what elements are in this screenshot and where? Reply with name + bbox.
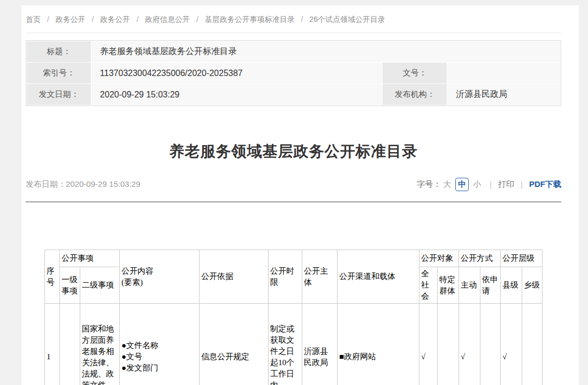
header-duixiang: 公开对象 <box>419 250 459 267</box>
cell-yiju: 信息公开规定 <box>200 304 269 385</box>
cell-yiji <box>60 304 80 385</box>
cell-erji: 国家和地方层面养老服务相关法律、法规、政策文件 <box>80 304 120 385</box>
header-gongkai-shixiang: 公开事项 <box>60 250 120 267</box>
content-panel: 首页 / 政务公开 / 政务公开 / 政府信息公开 / 基层政务公开事项标准目录… <box>21 5 579 385</box>
meta-index-value: 113703230042235006/2020-2025387 <box>91 63 383 84</box>
header-xianji: 县级 <box>501 267 522 304</box>
cell-xianji: √ <box>501 304 522 385</box>
header-cengji: 公开层级 <box>501 250 543 267</box>
meta-row-index: 索引号： 113703230042235006/2020-2025387 文号： <box>27 63 560 84</box>
cell-shixian: 制定或获取文件之日起10个工作日内 <box>269 304 302 385</box>
header-xuhao: 序号 <box>45 250 60 304</box>
breadcrumb: 首页 / 政务公开 / 政务公开 / 政府信息公开 / 基层政务公开事项标准目录… <box>26 5 561 33</box>
header-quanshehui: 全社会 <box>419 267 438 304</box>
cell-zhuti: 沂源县民政局 <box>302 304 338 385</box>
header-shixian: 公开时限 <box>269 250 302 304</box>
font-size-large-button[interactable]: 大 <box>443 179 451 190</box>
document-meta-table: 标题： 养老服务领域基层政务公开标准目录 索引号： 11370323004223… <box>26 40 561 106</box>
header-teding: 特定群体 <box>438 267 459 304</box>
cell-neirong: ●文件名称 ●文号 ●发文部门 <box>120 304 200 385</box>
meta-title-value: 养老服务领域基层政务公开标准目录 <box>91 41 560 62</box>
page-title: 养老服务领域基层政务公开标准目录 <box>26 141 561 162</box>
meta-agency-value: 沂源县民政局 <box>447 84 560 105</box>
meta-date-label: 发文日期： <box>27 84 91 105</box>
font-size-label: 字号： <box>417 179 441 190</box>
publish-toolbar: 发布日期：2020-09-29 15:03:29 字号： 大 中 小 | 打印 … <box>26 178 561 191</box>
meta-agency-label: 发布机构： <box>383 84 447 105</box>
meta-title-label: 标题： <box>27 41 91 62</box>
header-neirong: 公开内容 (要素) <box>120 250 200 304</box>
header-zhudong: 主动 <box>459 267 480 304</box>
table-header-row-1: 序号 公开事项 公开内容 (要素) 公开依据 公开时限 公开主体 公开渠道和载体… <box>45 250 543 267</box>
publish-date: 发布日期：2020-09-29 15:03:29 <box>26 179 140 190</box>
cell-xuhao: 1 <box>45 304 60 385</box>
meta-row-date: 发文日期： 2020-09-29 15:03:29 发布机构： 沂源县民政局 <box>27 84 560 105</box>
cell-teding <box>438 304 459 385</box>
header-yiju: 公开依据 <box>200 250 269 304</box>
cell-yishenqing <box>480 304 501 385</box>
cell-quanshehui: √ <box>419 304 438 385</box>
header-xiangji: 乡级 <box>522 267 543 304</box>
table-row: 1 国家和地方层面养老服务相关法律、法规、政策文件 ●文件名称 ●文号 ●发文部… <box>45 304 543 385</box>
print-button[interactable]: 打印 <box>498 179 514 190</box>
breadcrumb-pilot-areas[interactable]: 26个试点领域公开目录 <box>309 15 385 24</box>
header-yiji: 一级事项 <box>60 267 80 304</box>
breadcrumb-zhengwu-1[interactable]: 政务公开 <box>56 15 86 24</box>
cell-zhudong: √ <box>459 304 480 385</box>
font-size-medium-button[interactable]: 中 <box>455 178 469 191</box>
header-qudao: 公开渠道和载体 <box>338 250 419 304</box>
horizontal-rule <box>26 201 561 202</box>
toolbar-divider: | <box>490 180 492 189</box>
cell-xiangji <box>522 304 543 385</box>
meta-docnum-value <box>447 63 560 84</box>
header-zhuti: 公开主体 <box>302 250 338 304</box>
breadcrumb-catalog[interactable]: 基层政务公开事项标准目录 <box>205 15 295 24</box>
article-tools: 字号： 大 中 小 | 打印 | PDF下载 <box>417 178 561 191</box>
breadcrumb-home[interactable]: 首页 <box>26 15 41 24</box>
breadcrumb-separator: / <box>47 15 49 24</box>
font-size-small-button[interactable]: 小 <box>473 179 481 190</box>
breadcrumb-separator: / <box>196 15 198 24</box>
meta-docnum-label: 文号： <box>383 63 447 84</box>
toolbar-divider: | <box>521 180 523 189</box>
breadcrumb-separator: / <box>136 15 139 24</box>
meta-row-title: 标题： 养老服务领域基层政务公开标准目录 <box>27 41 560 62</box>
breadcrumb-zhengwu-2[interactable]: 政务公开 <box>100 15 130 24</box>
cell-qudao: ■政府网站 <box>338 304 419 385</box>
disclosure-catalog-table: 序号 公开事项 公开内容 (要素) 公开依据 公开时限 公开主体 公开渠道和载体… <box>44 250 543 385</box>
meta-date-value: 2020-09-29 15:03:29 <box>91 84 383 105</box>
header-erji: 二级事项 <box>80 267 120 304</box>
meta-index-label: 索引号： <box>27 63 91 84</box>
breadcrumb-separator: / <box>92 15 94 24</box>
breadcrumb-gov-info[interactable]: 政府信息公开 <box>145 15 190 24</box>
pdf-download-button[interactable]: PDF下载 <box>529 179 561 190</box>
header-fangshi: 公开方式 <box>459 250 501 267</box>
header-yishenqing: 依申请 <box>480 267 501 304</box>
breadcrumb-separator: / <box>301 15 303 24</box>
